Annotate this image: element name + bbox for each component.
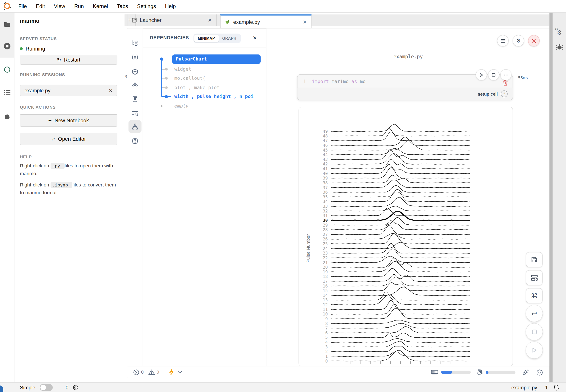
run-all-button[interactable] (526, 341, 543, 359)
variables-icon[interactable] (131, 54, 138, 61)
dependency-node-width[interactable]: width , pulse_height , n_poi (174, 94, 265, 99)
layout-icon (531, 275, 538, 281)
code-text[interactable]: import marimo as mo (312, 79, 365, 84)
command-palette-button[interactable]: ⌘ (526, 288, 543, 303)
svg-text:45: 45 (323, 148, 328, 153)
x-axis-ticks: 020406080100120140160180200220240260280 (330, 362, 474, 366)
cell-runtime: 55ms (518, 75, 528, 80)
cell-action-buttons (476, 69, 511, 80)
property-inspector-icon[interactable]: ⚙ ⚙ (556, 29, 564, 37)
svg-text:29: 29 (323, 223, 328, 228)
save-button[interactable] (526, 252, 543, 267)
gear-icon: ⚙ (516, 38, 521, 44)
tab-launcher[interactable]: Launcher ✕ (127, 14, 216, 26)
menu-item-tabs[interactable]: Tabs (115, 3, 130, 10)
notebook-header-buttons: ⚙ (497, 35, 539, 46)
svg-text:12: 12 (323, 302, 328, 307)
svg-text:19: 19 (323, 269, 328, 275)
extensions-icon[interactable] (4, 112, 11, 119)
menu-item-run[interactable]: Run (72, 3, 86, 10)
svg-text:38: 38 (323, 180, 328, 185)
simple-mode-toggle[interactable] (40, 384, 53, 391)
tab-launcher-close-icon[interactable]: ✕ (208, 17, 212, 23)
svg-text:18: 18 (323, 274, 328, 279)
run-cell-button[interactable] (476, 69, 487, 80)
ai-sparkle-icon[interactable] (522, 369, 530, 376)
warnings-icon[interactable] (149, 369, 155, 375)
marimo-sidebar: marimo SERVER STATUS Running ↻ Restart R… (15, 13, 123, 382)
dependency-node-callout[interactable]: mo.callout( (174, 75, 205, 81)
svg-text:9: 9 (325, 316, 328, 321)
notebook-shutdown-button[interactable] (528, 35, 539, 46)
svg-text:27: 27 (323, 232, 328, 237)
delete-cell-icon[interactable] (502, 80, 508, 86)
layout-button[interactable] (526, 270, 543, 285)
dependency-node-pulsarchart[interactable]: PulsarChart (172, 55, 260, 64)
menu-item-view[interactable]: View (52, 3, 67, 10)
help-icon[interactable] (131, 138, 138, 145)
ai-robot-icon[interactable] (131, 82, 138, 89)
tab-launcher-label: Launcher (140, 17, 162, 23)
menu-item-settings[interactable]: Settings (135, 3, 158, 10)
svg-text:42: 42 (323, 162, 328, 167)
menu-bar: File Edit View Run Kernel Tabs Settings … (0, 0, 566, 13)
svg-text:22: 22 (323, 255, 328, 260)
svg-text:11: 11 (323, 307, 328, 312)
marimo-ring-icon[interactable] (4, 66, 11, 73)
svg-text:21: 21 (323, 260, 328, 265)
cpu-icon (477, 369, 483, 376)
dependency-node-widget[interactable]: widget (174, 66, 191, 72)
help-paragraph-1: Right-click on .py files to open them wi… (20, 162, 118, 178)
interrupt-button[interactable] (526, 323, 543, 340)
logs-icon[interactable] (131, 110, 138, 117)
debugger-bug-icon[interactable] (556, 43, 563, 51)
setup-cell[interactable]: 1 import marimo as mo setup cell ? (297, 74, 513, 100)
file-tree-icon[interactable] (131, 39, 138, 46)
stop-cell-button[interactable] (488, 69, 499, 80)
notebook-menu-button[interactable] (497, 35, 508, 46)
notebook-content: ⚙ example.py 1 import marimo as mo (266, 28, 550, 366)
tab-example-py-close-icon[interactable]: ✕ (302, 19, 307, 25)
restart-button[interactable]: ↻ Restart (20, 55, 117, 65)
dependency-node-plot[interactable]: plot , make_plot (174, 85, 219, 90)
open-editor-button[interactable]: ↗ Open Editor (20, 133, 117, 145)
bell-icon[interactable] (553, 384, 560, 391)
setup-help-icon[interactable]: ? (501, 90, 508, 97)
session-close-icon[interactable]: ✕ (109, 88, 113, 93)
folder-icon[interactable] (4, 21, 11, 28)
dependency-node-empty[interactable]: empty (174, 103, 188, 109)
undo-button[interactable]: ↩ (526, 305, 543, 322)
svg-text:16: 16 (323, 284, 328, 289)
dependencies-icon[interactable] (131, 123, 138, 130)
setup-cell-footer: setup cell ? (298, 88, 513, 100)
left-dock-strip (0, 13, 15, 382)
svg-text:6: 6 (325, 330, 328, 336)
errors-icon[interactable] (133, 369, 139, 375)
menu-item-edit[interactable]: Edit (34, 3, 47, 10)
cell-more-button[interactable] (500, 69, 511, 80)
session-item[interactable]: example.py ✕ (20, 85, 117, 96)
stop-icon (492, 73, 495, 77)
menu-item-kernel[interactable]: Kernel (91, 3, 110, 10)
table-of-contents-icon[interactable] (4, 89, 11, 96)
notebook-settings-button[interactable]: ⚙ (513, 35, 524, 46)
svg-text:0: 0 (325, 359, 328, 364)
kernel-chip-icon[interactable] (72, 384, 78, 391)
assistant-face-icon[interactable] (536, 369, 543, 376)
svg-text:34: 34 (323, 199, 328, 204)
dependency-connectors (143, 28, 266, 137)
running-kernels-icon[interactable] (4, 42, 11, 50)
chevron-down-icon[interactable] (178, 371, 182, 374)
statusbar-filename[interactable]: example.py (511, 385, 537, 391)
server-status-heading: SERVER STATUS (20, 36, 57, 41)
menu-item-help[interactable]: Help (163, 3, 178, 10)
lightning-icon[interactable] (169, 369, 174, 376)
left-dock-top-section (0, 13, 14, 58)
packages-icon[interactable] (131, 68, 138, 75)
svg-text:17: 17 (323, 279, 328, 284)
tab-example-py[interactable]: example.py ✕ (220, 14, 312, 28)
dock-resize-gutter[interactable] (549, 13, 552, 382)
new-notebook-button[interactable]: + New Notebook (20, 114, 117, 127)
menu-item-file[interactable]: File (16, 3, 29, 10)
scratchpad-icon[interactable] (131, 96, 138, 103)
